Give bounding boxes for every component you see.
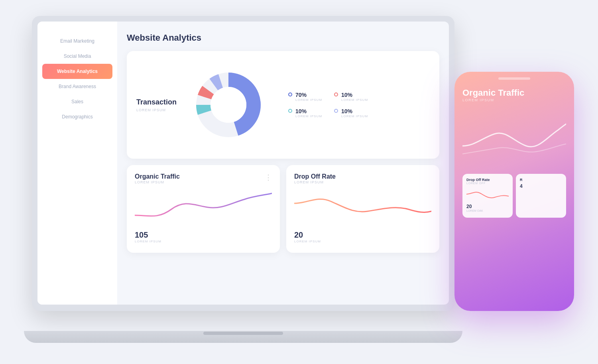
sidebar: Email Marketing Social Media Website Ana… [37,22,117,305]
legend-item-4: 10% LOREM IPSUM [334,108,368,118]
phone-drop-off-chart [466,186,509,202]
drop-off-rate-title: Drop Off Rate [294,173,431,180]
legend-label-2: LOREM IPSUM [341,98,368,102]
phone-drop-off-subtitle: LOREM OFF [466,182,509,185]
dashboard: Email Marketing Social Media Website Ana… [37,22,449,305]
organic-traffic-menu[interactable]: ⋮ [265,173,272,182]
transaction-subtitle: LOREM IPSUM [136,108,177,112]
bottom-cards: Organic Traffic LOREM IPSUM ⋮ [127,165,439,253]
donut-chart [193,69,264,141]
legend-label-3: LOREM IPSUM [295,114,322,118]
transaction-card: Transaction LOREM IPSUM [127,51,439,159]
phone-organic-traffic-subtitle: LOREM IPSUM [462,98,566,102]
phone-second-title: R [520,178,562,182]
organic-traffic-title: Organic Traffic [135,173,272,180]
sidebar-item-website-analytics[interactable]: Website Analytics [42,64,112,79]
laptop: Email Marketing Social Media Website Ana… [32,16,470,343]
organic-traffic-chart [135,187,272,227]
legend-pct-2: 10% [341,92,368,98]
phone-main-chart [462,106,566,170]
legend-dot-2 [334,92,338,96]
laptop-base [24,331,462,343]
drop-off-rate-subtitle: LOREM IPSUM [294,180,431,184]
organic-traffic-subtitle: LOREM IPSUM [135,180,272,184]
legend-pct-4: 10% [341,108,368,114]
transaction-title: Transaction [136,98,177,106]
legend-label-1: LOREM IPSUM [295,98,322,102]
phone-bottom-cards: Drop Off Rate LOREM OFF 20 LOREM OAK R 4 [462,174,566,218]
laptop-outer: Email Marketing Social Media Website Ana… [32,16,454,311]
phone-drop-off-val-label: LOREM OAK [466,209,509,212]
sidebar-item-brand-awareness[interactable]: Brand Awareness [37,79,117,94]
phone-drop-off-value: 20 [466,204,509,209]
sidebar-item-social-media[interactable]: Social Media [37,49,117,64]
transaction-legend: 70% LOREM IPSUM 10% LOREM IPSUM [288,92,368,118]
page-title: Website Analytics [127,33,439,43]
organic-traffic-card: Organic Traffic LOREM IPSUM ⋮ [127,165,280,253]
organic-traffic-value-label: LOREM IPSUM [135,240,272,243]
drop-off-rate-value-label: LOREM IPSUM [294,240,431,243]
phone: Organic Traffic LOREM IPSUM Drop Off Rat… [454,72,574,311]
sidebar-item-sales[interactable]: Sales [37,94,117,109]
legend-item-2: 10% LOREM IPSUM [334,92,368,102]
drop-off-rate-value: 20 [294,230,431,240]
organic-traffic-value: 105 [135,230,272,240]
legend-label-4: LOREM IPSUM [341,114,368,118]
sidebar-item-email-marketing[interactable]: Email Marketing [37,33,117,49]
legend-dot-3 [288,109,292,113]
phone-drop-off-card: Drop Off Rate LOREM OFF 20 LOREM OAK [462,174,513,218]
scene: Email Marketing Social Media Website Ana… [0,0,598,364]
legend-item-3: 10% LOREM IPSUM [288,108,322,118]
phone-organic-traffic-title: Organic Traffic [462,88,566,98]
legend-item-1: 70% LOREM IPSUM [288,92,322,102]
svg-point-5 [210,87,246,123]
drop-off-rate-card: Drop Off Rate LOREM IPSUM [286,165,439,253]
legend-pct-3: 10% [295,108,322,114]
legend-pct-1: 70% [295,92,322,98]
phone-second-value: 4 [520,183,562,189]
main-content: Website Analytics Transaction LOREM IPSU… [117,22,449,305]
drop-off-rate-chart [294,187,431,227]
sidebar-item-demographics[interactable]: Demographics [37,109,117,124]
phone-second-card: R 4 [516,174,566,218]
legend-dot-1 [288,92,292,96]
laptop-notch [203,332,283,335]
phone-drop-off-title: Drop Off Rate [466,178,509,182]
laptop-screen: Email Marketing Social Media Website Ana… [37,22,449,305]
legend-dot-4 [334,109,338,113]
